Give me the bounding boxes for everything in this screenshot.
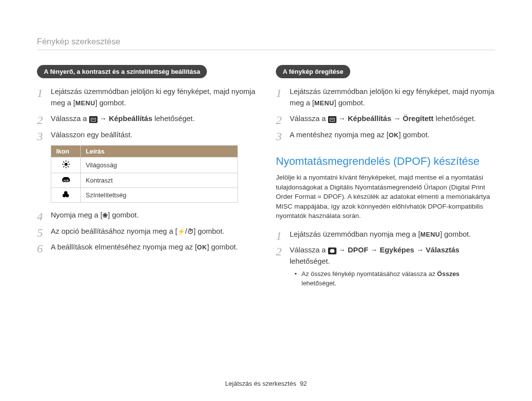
left-step-1: 1 Lejátszás üzemmódban jelöljön ki egy f… — [37, 86, 256, 108]
left-step-4: 4 Nyomja meg a [❀] gombot. — [37, 210, 256, 221]
th-icon: Ikon — [51, 146, 81, 157]
step-text: lehetőséget. — [152, 114, 195, 123]
dpof-step-1: 1 Lejátszás üzemmódban nyomja meg a [MEN… — [276, 229, 495, 240]
left-column: A fényerő, a kontraszt és a színtelített… — [37, 65, 256, 293]
right-step-2: 2 Válassza a → Képbeállítás → Öregített … — [276, 113, 495, 124]
dpof-heading: Nyomtatásmegrendelés (DPOF) készítése — [276, 155, 495, 168]
step-text: Válassza a — [51, 114, 89, 123]
step-text: Lejátszás üzemmódban nyomja meg a [ — [290, 230, 420, 238]
bullet-text: Az összes fénykép nyomtatásához válassza… — [301, 270, 437, 278]
step-text: ] gombot. — [440, 230, 471, 238]
cell-icon: ACB — [51, 173, 81, 188]
svg-rect-17 — [331, 252, 333, 253]
dpof-paragraph: Jelölje ki a nyomtatni kívánt fényképeke… — [276, 173, 495, 221]
step-bold: Öregített — [403, 114, 434, 123]
svg-line-7 — [67, 166, 68, 167]
contrast-icon: ACB — [62, 176, 70, 185]
svg-text:ACB: ACB — [63, 179, 68, 182]
cell-desc: Világosság — [81, 157, 238, 173]
left-steps-cont: 4 Nyomja meg a [❀] gombot. 5 Az opció be… — [37, 210, 256, 253]
dpof-subbullet: Az összes fénykép nyomtatásához válassza… — [290, 270, 495, 287]
bullet-text: lehetőséget. — [301, 279, 336, 287]
step-text: ] gombot. — [399, 130, 430, 139]
th-desc: Leírás — [81, 146, 238, 157]
saturation-icon — [62, 191, 69, 199]
left-step-5: 5 Az opció beállításához nyomja meg a [⚡… — [37, 226, 256, 237]
menu-glyph: MENU — [314, 98, 334, 108]
table-row: ACB Kontraszt — [51, 173, 238, 188]
step-number: 5 — [37, 224, 43, 242]
dpof-steps: 1 Lejátszás üzemmódban nyomja meg a [MEN… — [276, 229, 495, 288]
cell-desc: Színtelítettség — [81, 188, 238, 203]
flash-icon: ⚡ — [177, 227, 185, 237]
step-number: 2 — [276, 243, 282, 260]
ok-glyph: OK — [197, 243, 207, 252]
step-text: lehetőséget. — [290, 257, 330, 265]
step-text: lehetőséget. — [433, 114, 476, 123]
page-title: Fénykép szerkesztése — [37, 37, 495, 50]
bullet-bold: Összes — [437, 270, 460, 278]
arrow: → — [100, 114, 109, 123]
svg-rect-15 — [330, 249, 333, 251]
right-step-1: 1 Lejátszás üzemmódban jelöljön ki egy f… — [276, 86, 495, 108]
footer-section: Lejátszás és szerkesztés — [225, 380, 297, 387]
svg-point-13 — [66, 194, 69, 197]
right-step-3: 3 A mentéshez nyomja meg az [OK] gombot. — [276, 129, 495, 141]
table-row: Színtelítettség — [51, 188, 238, 203]
footer-page: 92 — [300, 380, 307, 387]
arrow: → — [393, 114, 402, 123]
edit-icon — [328, 116, 336, 123]
svg-line-8 — [63, 166, 64, 167]
step-text: ] gombot. — [334, 98, 365, 107]
macro-icon: ❀ — [102, 211, 108, 220]
step-text: ] gombot. — [108, 211, 139, 219]
pill-aging: A fénykép öregítése — [276, 65, 350, 78]
left-step-3: 3 Válasszon egy beállítást. — [37, 129, 256, 141]
dpof-step-2: 2 Válassza a → DPOF → Egyképes → Választ… — [276, 245, 495, 287]
page-footer: Lejátszás és szerkesztés 92 — [0, 380, 532, 387]
cell-icon — [51, 157, 81, 173]
arrow: → — [370, 246, 380, 254]
left-step-2: 2 Válassza a → Képbeállítás lehetőséget. — [37, 113, 256, 124]
edit-icon — [89, 116, 98, 123]
step-text: ] gombot. — [194, 227, 225, 235]
step-number: 1 — [276, 227, 282, 245]
step-number: 3 — [276, 127, 282, 145]
step-number: 2 — [37, 111, 43, 129]
pill-brightness-contrast: A fényerő, a kontraszt és a színtelített… — [37, 65, 207, 78]
step-number: 2 — [276, 111, 282, 129]
step-text: Az opció beállításához nyomja meg a [ — [51, 227, 177, 235]
step-text: ] gombot. — [95, 98, 126, 107]
left-step-6: 6 A beállítások elmentéséhez nyomja meg … — [37, 242, 256, 253]
step-bold: Képbeállítás — [109, 114, 152, 123]
step-bold: Választás — [426, 246, 459, 254]
svg-line-6 — [63, 161, 64, 162]
step-bold: Képbeállítás — [348, 114, 391, 123]
step-number: 1 — [37, 84, 43, 102]
print-icon — [328, 247, 336, 254]
step-text: A beállítások elmentéséhez nyomja meg az… — [51, 243, 197, 251]
right-column: A fénykép öregítése 1 Lejátszás üzemmódb… — [276, 65, 495, 293]
step-text: ] gombot. — [207, 243, 238, 251]
right-steps: 1 Lejátszás üzemmódban jelöljön ki egy f… — [276, 86, 495, 140]
brightness-icon — [62, 160, 70, 170]
left-steps: 1 Lejátszás üzemmódban jelöljön ki egy f… — [37, 86, 256, 140]
ok-glyph: OK — [389, 130, 399, 140]
cell-icon — [51, 188, 81, 203]
step-text: A mentéshez nyomja meg az [ — [290, 130, 389, 139]
timer-icon: ⏱ — [187, 227, 194, 237]
menu-glyph: MENU — [75, 98, 95, 108]
arrow: → — [338, 246, 348, 254]
content-columns: A fényerő, a kontraszt és a színtelített… — [37, 65, 495, 293]
arrow: → — [416, 246, 426, 254]
svg-line-9 — [67, 161, 68, 162]
step-text: Válasszon egy beállítást. — [51, 130, 133, 139]
svg-point-12 — [63, 194, 66, 197]
cell-desc: Kontraszt — [81, 173, 238, 188]
step-number: 6 — [37, 240, 43, 257]
arrow: → — [338, 114, 348, 123]
table-row: Világosság — [51, 157, 238, 173]
step-text: Válassza a — [290, 246, 328, 254]
step-bold: DPOF — [348, 246, 368, 254]
menu-glyph: MENU — [420, 230, 440, 240]
